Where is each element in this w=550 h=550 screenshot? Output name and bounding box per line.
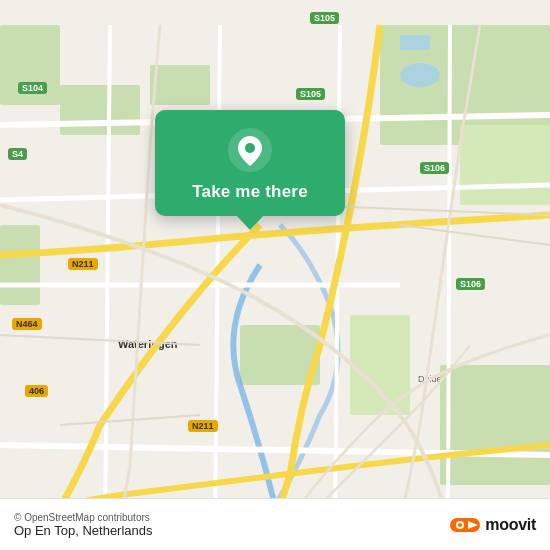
moovit-text: moovit [485, 516, 536, 534]
moovit-icon [450, 514, 480, 536]
svg-line-14 [0, 445, 550, 455]
svg-line-16 [215, 25, 220, 525]
bottom-left-section: © OpenStreetMap contributors Op En Top, … [14, 512, 153, 538]
location-label: Op En Top, Netherlands [14, 523, 153, 538]
popup-card[interactable]: Take me there [155, 110, 345, 216]
svg-rect-7 [60, 85, 140, 135]
svg-line-18 [448, 25, 450, 525]
svg-point-24 [245, 143, 255, 153]
svg-rect-1 [460, 125, 550, 205]
badge-s105-top: S105 [310, 12, 339, 24]
moovit-logo: moovit [450, 514, 536, 536]
svg-rect-6 [440, 365, 550, 485]
svg-rect-4 [240, 325, 320, 385]
svg-rect-5 [350, 315, 410, 415]
svg-rect-10 [400, 35, 430, 50]
location-pin-icon [228, 128, 272, 172]
badge-s106-right: S106 [420, 162, 449, 174]
osm-credit: © OpenStreetMap contributors [14, 512, 153, 523]
badge-406: 406 [25, 385, 48, 397]
svg-rect-8 [150, 65, 210, 105]
badge-n464: N464 [12, 318, 42, 330]
svg-point-27 [458, 523, 462, 527]
svg-line-15 [105, 25, 110, 525]
svg-rect-0 [380, 25, 550, 145]
svg-line-21 [400, 225, 550, 245]
bottom-bar: © OpenStreetMap contributors Op En Top, … [0, 498, 550, 550]
label-rijswijk: Rijswijk [432, 96, 473, 108]
label-duider1: Duider [370, 364, 397, 374]
svg-line-22 [60, 415, 200, 425]
svg-line-17 [335, 25, 340, 525]
svg-rect-3 [0, 225, 40, 305]
map-container: S105 S104 S105 S4 S106 N211 S106 N464 40… [0, 0, 550, 550]
badge-n211-bottom: N211 [188, 420, 218, 432]
badge-s104: S104 [18, 82, 47, 94]
label-wateringen: Wateringen [118, 338, 178, 350]
svg-line-19 [0, 335, 200, 345]
badge-s105-mid: S105 [296, 88, 325, 100]
badge-n211: N211 [68, 258, 98, 270]
popup-label: Take me there [192, 182, 308, 202]
badge-s4: S4 [8, 148, 27, 160]
label-duider2: Duider [418, 374, 445, 384]
svg-point-9 [400, 63, 440, 87]
badge-s106-bottom: S106 [456, 278, 485, 290]
